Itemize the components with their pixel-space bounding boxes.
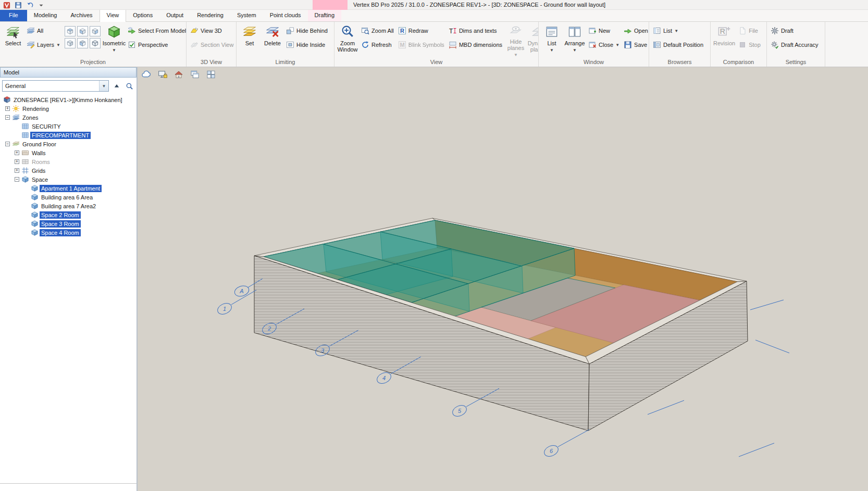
ribbon-button-view-3d[interactable]: View 3D: [189, 26, 234, 36]
tree-item-rooms[interactable]: +Rooms: [0, 157, 137, 166]
ribbon-button-section-view[interactable]: Section View: [189, 40, 234, 50]
grid-line[interactable]: [558, 430, 589, 447]
tab-system[interactable]: System: [230, 10, 263, 21]
tab-view[interactable]: View: [100, 10, 127, 22]
grid-bubble-5[interactable]: 5: [451, 403, 468, 418]
tree-horizontal-scrollbar[interactable]: [0, 483, 137, 491]
ribbon-button-zoom-window[interactable]: Zoom Window: [336, 22, 359, 58]
projection-view-button-proj-3[interactable]: [90, 26, 101, 36]
tree-item-building-area-7-area2[interactable]: Building area 7 Area2: [0, 202, 137, 210]
tree-item-walls[interactable]: +Walls: [0, 148, 137, 157]
tree-item-firecompartment[interactable]: FIRECOMPARTMENT: [0, 131, 137, 140]
ribbon-button-perspective[interactable]: Perspective: [127, 40, 187, 50]
ribbon-button-blink-symbols[interactable]: MBlink Symbols: [397, 40, 445, 50]
grid-bubble-6[interactable]: 6: [542, 443, 560, 458]
collapse-tree-button[interactable]: [111, 81, 122, 91]
ribbon-button-select-from-model[interactable]: Select From Model: [127, 26, 187, 36]
ribbon-button-revision[interactable]: RRevision: [712, 22, 736, 58]
ribbon-button-close[interactable]: Close▼: [587, 40, 621, 50]
search-button[interactable]: [124, 81, 134, 91]
tree-item-space-2-room[interactable]: Space 2 Room: [0, 210, 137, 219]
app-menu-button[interactable]: [2, 1, 11, 9]
tree-expander-ground-floor[interactable]: −: [5, 142, 10, 146]
tree-item-space-3-room[interactable]: Space 3 Room: [0, 219, 137, 228]
projection-view-button-proj-6[interactable]: [90, 38, 101, 48]
grid-line[interactable]: [739, 443, 774, 457]
tree-expander-space[interactable]: −: [15, 177, 19, 182]
cascade-windows-button[interactable]: [189, 69, 201, 80]
quick-access-dropdown-button[interactable]: [36, 1, 46, 9]
grid-bubble-A[interactable]: A: [233, 284, 251, 298]
tree-expander-grids[interactable]: +: [15, 168, 19, 173]
ribbon-button-dims-and-texts[interactable]: TDims and texts: [448, 26, 503, 36]
tree-expander-rooms[interactable]: +: [15, 159, 19, 164]
ribbon-button-hide-behind[interactable]: Hide Behind: [285, 26, 329, 36]
tree-item-ground-floor[interactable]: −Ground Floor: [0, 140, 137, 148]
ribbon-button-draft[interactable]: Draft: [770, 26, 820, 36]
tree-item-grids[interactable]: +Grids: [0, 166, 137, 175]
tree-expander-rendering[interactable]: +: [5, 106, 10, 111]
tree-item-zonespace-rev1-kimmo-honkanen[interactable]: ZONESPACE [REV1->][Kimmo Honkanen]: [0, 95, 137, 104]
grid-line[interactable]: [648, 400, 684, 414]
grid-line[interactable]: [755, 340, 789, 353]
tree-expander-zones[interactable]: −: [5, 115, 10, 120]
ribbon-button-stop[interactable]: Stop: [737, 40, 762, 50]
home-view-button[interactable]: [172, 69, 185, 80]
tab-modeling[interactable]: Modeling: [27, 10, 64, 21]
tab-point-clouds[interactable]: Point clouds: [263, 10, 308, 21]
ribbon-button-draft-accuracy[interactable]: Draft Accuracy: [770, 40, 820, 50]
tree-item-space[interactable]: −Space: [0, 175, 137, 184]
ribbon-button-arrange[interactable]: Arrange▼: [563, 22, 586, 58]
tab-options[interactable]: Options: [126, 10, 159, 21]
tree-item-space-4-room[interactable]: Space 4 Room: [0, 228, 137, 237]
tree-item-apartment-1-apartment[interactable]: Apartment 1 Apartment: [0, 184, 137, 193]
projection-view-button-proj-5[interactable]: [77, 38, 88, 48]
ribbon-button-delete[interactable]: Delete: [261, 22, 284, 58]
cloud-sync-button[interactable]: [140, 69, 153, 80]
protected-view-button[interactable]: [156, 69, 169, 80]
grid-bubble-1[interactable]: 1: [216, 301, 233, 316]
tab-rendering[interactable]: Rendering: [190, 10, 230, 21]
projection-view-button-proj-1[interactable]: [65, 26, 76, 36]
tree-item-security[interactable]: SECURITY: [0, 122, 137, 131]
grid-line[interactable]: [231, 290, 256, 305]
ribbon-button-refresh[interactable]: Refresh: [360, 40, 395, 50]
tree-item-building-area-6-area[interactable]: Building area 6 Area: [0, 193, 137, 202]
tree-expander-walls[interactable]: +: [15, 150, 19, 155]
tab-drafting[interactable]: Drafting: [308, 10, 342, 21]
ribbon-button-all[interactable]: All: [26, 26, 61, 36]
ribbon-button-zoom-all[interactable]: Zoom All: [360, 26, 395, 36]
building-model[interactable]: [254, 218, 748, 431]
ribbon-button-dynamic-planes[interactable]: Dynamic planes: [527, 22, 539, 58]
tab-output[interactable]: Output: [159, 10, 190, 21]
scene-3d[interactable]: 1A23456: [138, 67, 868, 491]
ribbon-button-save[interactable]: Save▼: [623, 40, 649, 50]
grid-line[interactable]: [750, 300, 784, 310]
undo-button[interactable]: [24, 1, 34, 9]
ribbon-button-open[interactable]: Open▼: [623, 26, 649, 36]
ribbon-button-list[interactable]: List▼: [652, 26, 704, 36]
ribbon-button-set[interactable]: Set: [238, 22, 261, 58]
projection-view-button-proj-2[interactable]: [77, 26, 88, 36]
ribbon-button-default-position[interactable]: Default Position: [652, 40, 704, 50]
tab-archives[interactable]: Archives: [64, 10, 99, 21]
projection-view-button-proj-4[interactable]: [65, 38, 76, 48]
tree-item-zones[interactable]: −Zones: [0, 113, 137, 122]
combo-dropdown-arrow[interactable]: ▼: [99, 81, 108, 91]
ribbon-button-isometric[interactable]: Isometric▼: [103, 22, 126, 58]
tree-item-rendering[interactable]: +Rendering: [0, 104, 137, 113]
ribbon-button-new[interactable]: New: [587, 26, 621, 36]
ribbon-button-layers[interactable]: Layers▼: [26, 40, 61, 50]
ribbon-button-list[interactable]: List▼: [540, 22, 563, 58]
ribbon-button-redraw[interactable]: RRedraw: [397, 26, 445, 36]
tab-file[interactable]: File: [0, 10, 27, 21]
save-button[interactable]: [13, 1, 23, 9]
ribbon-button-mbd-dimensions[interactable]: MBD dimensions: [448, 40, 503, 50]
ribbon-button-file[interactable]: File: [737, 26, 762, 36]
viewport-3d[interactable]: 1A23456: [138, 67, 868, 491]
tile-windows-button[interactable]: [205, 69, 217, 80]
ribbon-button-hide-inside[interactable]: Hide Inside: [285, 40, 329, 50]
tree-filter-combobox[interactable]: General ▼: [2, 80, 109, 92]
ribbon-button-select[interactable]: Select: [2, 22, 24, 58]
ribbon-button-hide-planes[interactable]: Hide planes▼: [504, 22, 527, 58]
